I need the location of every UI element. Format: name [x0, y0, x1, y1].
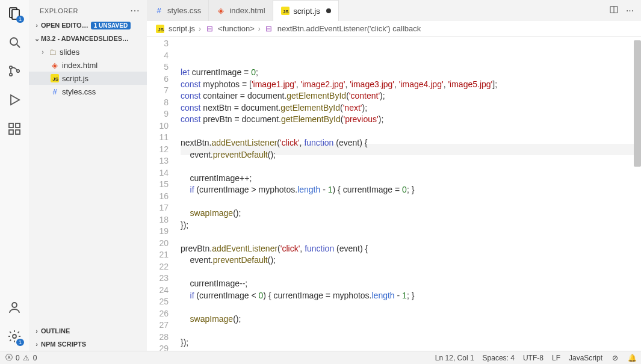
vertical-scrollbar[interactable] — [634, 37, 641, 351]
accounts-icon[interactable] — [6, 299, 23, 316]
html-icon: ◈ — [49, 61, 60, 70]
code-area[interactable]: let currentImage = 0;const myphotos = ['… — [181, 37, 634, 351]
tab-styles-css[interactable]: # styles.css — [147, 0, 209, 21]
editor-more-icon[interactable]: ⋯ — [626, 6, 634, 15]
line-gutter: 3456789101112131415161718192021222324252… — [147, 37, 181, 351]
css-icon: # — [154, 6, 164, 16]
extensions-icon[interactable] — [6, 120, 23, 137]
cursor-position[interactable]: Ln 12, Col 1 — [435, 354, 474, 362]
error-icon: ⓧ — [5, 354, 13, 362]
status-bar: ⓧ0 ⚠0 Ln 12, Col 1 Spaces: 4 UTF-8 LF Ja… — [0, 351, 641, 364]
folder-root[interactable]: ⌄ M3.2 - ADVANCEDSLIDES… — [29, 32, 147, 45]
notifications-icon[interactable]: 🔔 — [628, 354, 636, 362]
breadcrumbs[interactable]: JS script.js › ⊟ <function> › ⊟ nextBtn.… — [147, 21, 641, 37]
svg-rect-11 — [16, 123, 20, 128]
css-icon: # — [49, 87, 60, 96]
problems-status[interactable]: ⓧ0 ⚠0 — [5, 354, 37, 362]
feedback-icon[interactable]: ⊘ — [611, 354, 619, 362]
svg-rect-9 — [9, 130, 13, 134]
svg-point-2 — [10, 38, 17, 45]
file-index-html[interactable]: ◈ index.html — [29, 58, 147, 72]
indentation-status[interactable]: Spaces: 4 — [483, 354, 515, 362]
folder-slides[interactable]: › 🗀 slides — [29, 45, 147, 58]
js-icon: JS — [155, 24, 165, 34]
explorer-icon[interactable]: 1 — [6, 5, 23, 22]
file-script-js[interactable]: JS script.js — [29, 72, 147, 85]
svg-marker-7 — [11, 95, 19, 105]
settings-gear-icon[interactable]: 1 — [6, 328, 23, 345]
npm-scripts-section[interactable]: ›NPM SCRIPTS — [29, 338, 147, 351]
symbol-icon: ⊟ — [205, 24, 214, 34]
svg-line-3 — [17, 45, 20, 48]
editor-group: # styles.css ◈ index.html JS script.js ⋯ — [147, 0, 641, 351]
search-icon[interactable] — [6, 34, 23, 51]
file-styles-css[interactable]: # styles.css — [29, 85, 147, 98]
js-icon: JS — [280, 6, 290, 16]
explorer-badge: 1 — [16, 16, 24, 23]
outline-section[interactable]: ›OUTLINE — [29, 324, 147, 338]
symbol-icon: ⊟ — [264, 24, 274, 34]
svg-rect-8 — [9, 123, 13, 128]
code-editor[interactable]: 3456789101112131415161718192021222324252… — [147, 37, 641, 351]
encoding-status[interactable]: UTF-8 — [523, 354, 543, 362]
settings-badge: 1 — [16, 339, 24, 346]
file-tree: › OPEN EDITO… 1 UNSAVED ⌄ M3.2 - ADVANCE… — [29, 19, 147, 324]
sidebar: EXPLORER ⋯ › OPEN EDITO… 1 UNSAVED ⌄ M3.… — [29, 0, 147, 351]
eol-status[interactable]: LF — [552, 354, 560, 362]
breadcrumb-scope1[interactable]: <function> — [218, 24, 255, 33]
run-debug-icon[interactable] — [6, 91, 23, 108]
unsaved-badge: 1 UNSAVED — [91, 22, 131, 29]
language-mode[interactable]: JavaScript — [569, 354, 602, 362]
explorer-title: EXPLORER — [40, 7, 78, 14]
svg-point-4 — [10, 66, 12, 69]
svg-point-13 — [13, 335, 16, 338]
folder-icon: 🗀 — [47, 48, 58, 57]
js-icon: JS — [49, 74, 60, 82]
split-editor-icon[interactable] — [609, 5, 619, 16]
dirty-indicator-icon — [326, 8, 331, 13]
breadcrumb-scope2[interactable]: nextBtn.addEventListener('click') callba… — [277, 24, 421, 33]
svg-point-12 — [12, 303, 17, 307]
svg-point-5 — [10, 73, 12, 76]
html-icon: ◈ — [216, 6, 226, 16]
open-editors-section[interactable]: › OPEN EDITO… 1 UNSAVED — [29, 19, 147, 32]
warning-icon: ⚠ — [22, 354, 31, 362]
tab-index-html[interactable]: ◈ index.html — [209, 0, 273, 21]
tab-script-js[interactable]: JS script.js — [273, 0, 339, 21]
source-control-icon[interactable] — [6, 63, 23, 79]
tab-bar: # styles.css ◈ index.html JS script.js ⋯ — [147, 0, 641, 21]
explorer-more-icon[interactable]: ⋯ — [130, 5, 140, 16]
activity-bar: 1 1 — [0, 0, 29, 351]
breadcrumb-file[interactable]: script.js — [169, 24, 195, 33]
svg-rect-10 — [16, 130, 20, 134]
